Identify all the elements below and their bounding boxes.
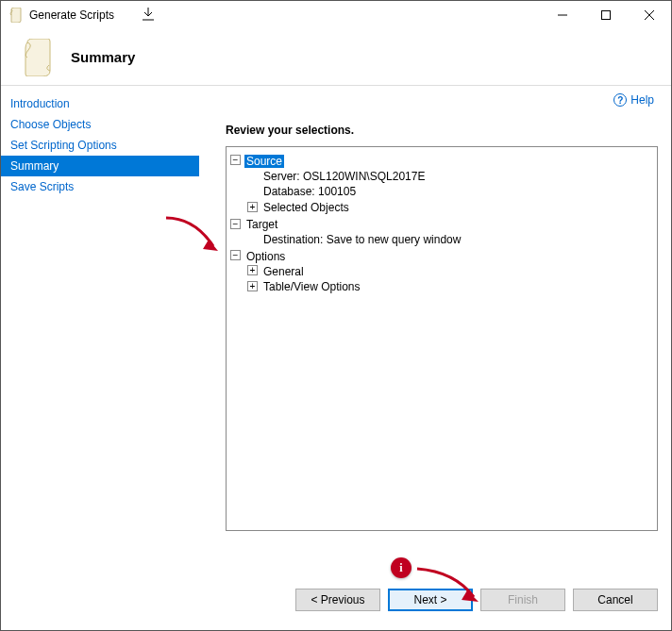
tree-label-server: Server: OSL120WIN\SQL2017E	[261, 170, 427, 183]
tree-label-general: General	[261, 265, 306, 278]
expand-icon[interactable]: +	[247, 281, 258, 291]
nav-choose-objects[interactable]: Choose Objects	[1, 114, 199, 135]
scroll-icon	[20, 39, 54, 76]
expand-icon[interactable]: +	[247, 265, 258, 275]
tree-label-options: Options	[244, 250, 287, 263]
tree-node-server[interactable]: Server: OSL120WIN\SQL2017E	[247, 168, 653, 184]
wizard-window: Generate Scripts Summary Introducti	[0, 0, 672, 631]
tree-node-target[interactable]: −Target Destination: Save to new query w…	[230, 216, 653, 248]
titlebar: Generate Scripts	[1, 1, 671, 29]
wizard-body: Introduction Choose Objects Set Scriptin…	[1, 86, 671, 630]
cancel-button[interactable]: Cancel	[573, 589, 658, 611]
help-icon: ?	[613, 93, 627, 107]
help-label: Help	[630, 93, 654, 107]
tree-node-tableview[interactable]: +Table/View Options	[247, 279, 653, 295]
collapse-icon[interactable]: −	[230, 219, 241, 229]
expand-icon[interactable]: +	[247, 202, 258, 212]
tree-node-source[interactable]: −Source Server: OSL120WIN\SQL2017E Datab…	[230, 153, 653, 216]
help-link[interactable]: ? Help	[613, 93, 654, 107]
nav-introduction[interactable]: Introduction	[1, 93, 199, 114]
tree-node-options[interactable]: −Options +General +Table/View Options	[230, 248, 653, 295]
nav-set-scripting-options[interactable]: Set Scripting Options	[1, 135, 199, 156]
collapse-icon[interactable]: −	[230, 155, 241, 165]
page-title: Summary	[71, 49, 135, 65]
wizard-nav: Introduction Choose Objects Set Scriptin…	[1, 86, 199, 630]
wizard-footer: < Previous Next > Finish Cancel	[207, 572, 658, 623]
next-button[interactable]: Next >	[388, 589, 473, 611]
tree-node-selected-objects[interactable]: +Selected Objects	[247, 199, 653, 215]
previous-button[interactable]: < Previous	[295, 589, 380, 611]
app-icon	[8, 8, 24, 23]
nav-save-scripts[interactable]: Save Scripts	[1, 176, 199, 197]
tree-label-source[interactable]: Source	[244, 155, 284, 168]
tree-label-selected-objects: Selected Objects	[261, 201, 351, 214]
tree-label-destination: Destination: Save to new query window	[261, 233, 462, 246]
maximize-button[interactable]	[584, 1, 628, 29]
summary-tree[interactable]: −Source Server: OSL120WIN\SQL2017E Datab…	[226, 146, 658, 531]
finish-button: Finish	[480, 589, 565, 611]
tree-node-general[interactable]: +General	[247, 263, 653, 279]
tree-label-tableview: Table/View Options	[261, 280, 362, 293]
nav-summary[interactable]: Summary	[1, 156, 199, 176]
window-title: Generate Scripts	[29, 8, 114, 22]
tree-label-database: Database: 100105	[261, 185, 358, 198]
tree-node-database[interactable]: Database: 100105	[247, 184, 653, 200]
content-subtitle: Review your selections.	[226, 124, 658, 137]
wizard-header: Summary	[1, 29, 671, 86]
cursor-icon	[143, 8, 154, 24]
minimize-button[interactable]	[541, 1, 584, 29]
close-button[interactable]	[628, 1, 671, 29]
svg-rect-1	[602, 11, 611, 20]
tree-label-target: Target	[244, 218, 279, 231]
tree-node-destination[interactable]: Destination: Save to new query window	[247, 231, 653, 247]
collapse-icon[interactable]: −	[230, 250, 241, 260]
wizard-content: ? Help Review your selections. −Source S…	[199, 86, 671, 630]
